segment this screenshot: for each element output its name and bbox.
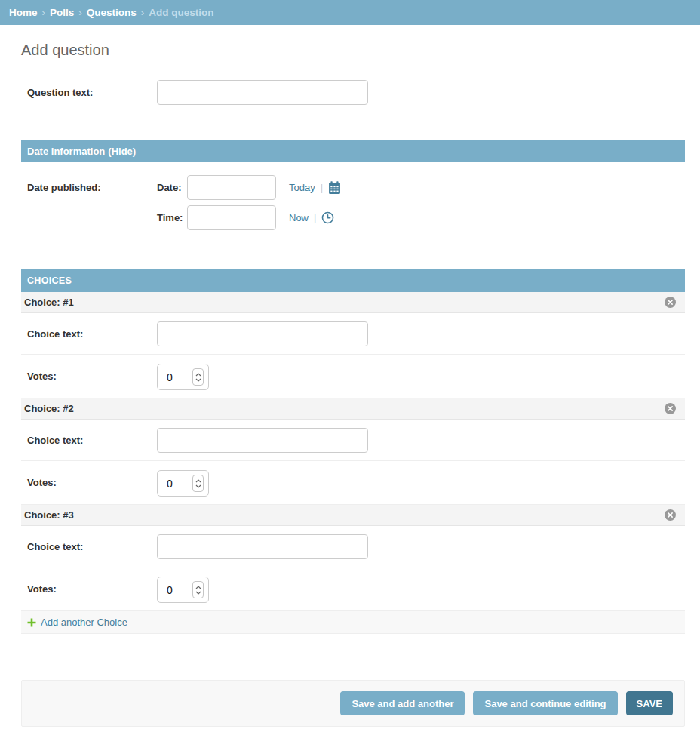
choice-1-header-label: Choice: #1 bbox=[24, 297, 74, 308]
page-title: Add question bbox=[21, 42, 685, 59]
date-input[interactable] bbox=[187, 175, 276, 200]
choice-3-votes-input[interactable] bbox=[157, 577, 209, 603]
choices-section-header: Choices bbox=[21, 269, 685, 292]
submit-row: Save and add another Save and continue e… bbox=[21, 680, 685, 727]
date-line: Date: Today | bbox=[157, 175, 341, 200]
choice-1-text-row: Choice text: bbox=[21, 313, 685, 355]
now-link[interactable]: Now bbox=[289, 212, 309, 223]
time-input[interactable] bbox=[187, 205, 276, 230]
choice-3-text-input[interactable] bbox=[157, 534, 368, 559]
choice-1-header: Choice: #1 bbox=[21, 292, 685, 313]
breadcrumb: Home › Polls › Questions › Add question bbox=[0, 0, 700, 25]
add-plus-icon bbox=[27, 618, 36, 627]
choice-3-header: Choice: #3 bbox=[21, 505, 685, 526]
save-button[interactable]: SAVE bbox=[626, 691, 673, 715]
choice-3-header-label: Choice: #3 bbox=[24, 509, 74, 521]
delete-choice-3-icon[interactable] bbox=[665, 509, 676, 521]
date-information-title: Date information bbox=[27, 146, 105, 157]
date-label: Date: bbox=[157, 182, 187, 193]
clock-icon[interactable] bbox=[321, 211, 334, 224]
question-module: Question text: bbox=[21, 69, 685, 115]
choice-3-votes-row: Votes: bbox=[21, 567, 685, 611]
add-another-choice-link[interactable]: Add another Choice bbox=[41, 616, 127, 628]
choice-text-label: Choice text: bbox=[27, 321, 157, 340]
choices-inline-group: Choices Choice: #1 Choice text: Votes: bbox=[21, 269, 685, 634]
hide-toggle-link[interactable]: (Hide) bbox=[108, 146, 136, 157]
question-text-input[interactable] bbox=[157, 80, 368, 105]
breadcrumb-link-home[interactable]: Home bbox=[9, 7, 38, 18]
choice-2-votes-input[interactable] bbox=[157, 470, 209, 497]
calendar-icon[interactable] bbox=[328, 181, 341, 194]
delete-choice-2-icon[interactable] bbox=[665, 403, 676, 414]
breadcrumb-link-questions[interactable]: Questions bbox=[87, 7, 137, 18]
link-separator: | bbox=[321, 182, 323, 193]
save-and-continue-button[interactable]: Save and continue editing bbox=[473, 691, 617, 715]
breadcrumb-current: Add question bbox=[149, 7, 213, 18]
breadcrumb-link-polls[interactable]: Polls bbox=[50, 7, 74, 18]
choice-2-header-label: Choice: #2 bbox=[24, 403, 74, 414]
choice-1-votes-row: Votes: bbox=[21, 355, 685, 398]
choice-inline-1: Choice: #1 Choice text: Votes: bbox=[21, 292, 685, 398]
choice-1-votes-input[interactable] bbox=[157, 364, 209, 390]
date-information-module: Date information (Hide) Date published: … bbox=[21, 140, 685, 248]
choice-text-label: Choice text: bbox=[27, 534, 157, 552]
votes-label: Votes: bbox=[27, 470, 157, 488]
choice-text-label: Choice text: bbox=[27, 428, 157, 446]
link-separator: | bbox=[314, 212, 316, 223]
choice-2-text-row: Choice text: bbox=[21, 420, 685, 461]
question-text-row: Question text: bbox=[21, 69, 685, 115]
add-another-choice-row[interactable]: Add another Choice bbox=[21, 611, 685, 634]
votes-label: Votes: bbox=[27, 364, 157, 382]
choice-2-votes-row: Votes: bbox=[21, 461, 685, 505]
number-stepper-icon[interactable] bbox=[192, 475, 204, 492]
delete-choice-1-icon[interactable] bbox=[665, 297, 676, 308]
choice-3-text-row: Choice text: bbox=[21, 526, 685, 567]
choice-1-text-input[interactable] bbox=[157, 321, 368, 346]
number-stepper-icon[interactable] bbox=[192, 368, 204, 386]
choice-2-text-input[interactable] bbox=[157, 428, 368, 453]
today-link[interactable]: Today bbox=[289, 182, 315, 193]
breadcrumb-separator: › bbox=[42, 7, 46, 18]
breadcrumb-separator: › bbox=[78, 7, 82, 18]
save-and-add-another-button[interactable]: Save and add another bbox=[340, 691, 465, 715]
date-information-header: Date information (Hide) bbox=[21, 140, 685, 162]
choice-inline-3: Choice: #3 Choice text: Votes: bbox=[21, 505, 685, 611]
choice-2-header: Choice: #2 bbox=[21, 398, 685, 420]
choice-2-votes-value[interactable] bbox=[167, 478, 183, 490]
choice-inline-2: Choice: #2 Choice text: Votes: bbox=[21, 398, 685, 505]
datetime-widget: Date: Today | bbox=[157, 175, 341, 230]
number-stepper-icon[interactable] bbox=[192, 581, 204, 598]
date-published-label: Date published: bbox=[27, 175, 157, 193]
time-line: Time: Now | bbox=[157, 205, 341, 230]
time-label: Time: bbox=[157, 212, 187, 223]
votes-label: Votes: bbox=[27, 577, 157, 595]
date-published-row: Date published: Date: Today | bbox=[21, 162, 685, 248]
question-text-label: Question text: bbox=[27, 80, 157, 98]
choice-1-votes-value[interactable] bbox=[167, 371, 183, 383]
choice-3-votes-value[interactable] bbox=[167, 584, 183, 596]
breadcrumb-separator: › bbox=[141, 7, 145, 18]
